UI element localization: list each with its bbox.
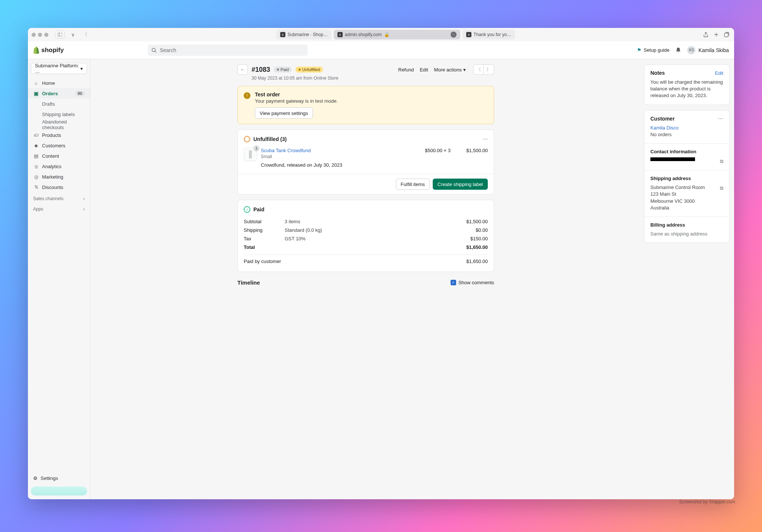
- banner-body: Your payment gateway is in test mode.: [255, 98, 338, 104]
- view-payment-settings-button[interactable]: View payment settings: [255, 108, 313, 119]
- payment-heading: Paid: [253, 206, 265, 212]
- tab-group-chevron-icon[interactable]: ∨: [69, 31, 77, 39]
- unfulfilled-badge: Unfulfilled: [295, 67, 323, 73]
- refund-button[interactable]: Refund: [398, 67, 414, 73]
- shipping-heading: Shipping address: [650, 176, 691, 181]
- setup-guide-button[interactable]: ⚑ Setup guide: [637, 47, 669, 53]
- shopify-admin: shopify Search ⚑ Setup guide KS K: [28, 41, 734, 499]
- line-item: 3 Scuba Tank Crowdfund Small Crowdfund, …: [244, 148, 488, 168]
- copy-icon[interactable]: ⧉: [720, 185, 723, 192]
- orders-badge: 80: [75, 91, 85, 96]
- shopify-logo[interactable]: shopify: [33, 47, 64, 54]
- reader-icon[interactable]: ⋯: [451, 32, 457, 38]
- shipping-address: Submarine Control Room 123 Main St Melbo…: [650, 184, 705, 211]
- fulfillment-heading: Unfulfilled (3): [253, 136, 286, 142]
- product-link[interactable]: Scuba Tank Crowdfund: [261, 148, 402, 153]
- order-title: #1083: [252, 66, 270, 74]
- paid-status-icon: [244, 206, 250, 213]
- sidebar-item-orders[interactable]: ▣Orders80: [28, 88, 90, 99]
- tab-overview-icon[interactable]: [724, 32, 730, 38]
- create-shipping-label-button[interactable]: Create shipping label: [433, 179, 488, 190]
- sidebar-toggle-icon[interactable]: [55, 31, 65, 39]
- mac-titlebar: ∨ 〈 s Submarine · Shop… s admin.shopify.…: [28, 28, 734, 41]
- brand-name: shopify: [41, 47, 64, 54]
- chevron-down-icon: ▾: [463, 67, 466, 73]
- new-tab-icon[interactable]: [713, 32, 720, 38]
- shopify-favicon-icon: s: [466, 32, 471, 37]
- prev-order-button[interactable]: 〈: [473, 64, 484, 75]
- avatar: KS: [687, 46, 695, 54]
- customer-orders: No orders: [650, 132, 672, 137]
- timeline-header: Timeline ✓ Show comments: [237, 279, 494, 286]
- customer-link[interactable]: Kamila Disco: [650, 125, 679, 131]
- chevron-right-icon: ›: [83, 196, 85, 201]
- warning-icon: !: [244, 92, 250, 99]
- fulfill-items-button[interactable]: Fulfill items: [396, 179, 430, 190]
- unit-price: $500.00 × 3: [406, 148, 451, 153]
- search-field[interactable]: Search: [148, 45, 308, 56]
- back-nav-icon[interactable]: 〈: [81, 31, 89, 39]
- sidebar-item-discounts[interactable]: ％Discounts: [28, 182, 90, 192]
- sidebar-bottom-pill[interactable]: [31, 487, 87, 496]
- product-variant: Small: [261, 154, 402, 159]
- browser-tab-active[interactable]: s admin.shopify.com 🔒 ⋯: [334, 30, 460, 39]
- timeline-title: Timeline: [237, 279, 260, 286]
- content-icon: ▤: [33, 153, 39, 159]
- checkbox-checked-icon: ✓: [451, 280, 456, 285]
- sidebar-item-analytics[interactable]: ⫼Analytics: [28, 161, 90, 172]
- sidebar-item-abandoned[interactable]: Abandoned checkouts: [28, 119, 90, 130]
- sidebar-item-drafts[interactable]: Drafts: [28, 99, 90, 109]
- sidebar-item-shipping-labels[interactable]: Shipping labels: [28, 109, 90, 119]
- discount-icon: ％: [33, 184, 39, 190]
- unfulfilled-status-icon: [244, 136, 250, 142]
- traffic-lights[interactable]: [32, 33, 48, 37]
- search-icon: [151, 48, 157, 53]
- notes-heading: Notes: [650, 70, 665, 76]
- sales-channels-header[interactable]: Sales channels ›: [28, 192, 90, 203]
- notes-body: You will be charged the remaining balanc…: [650, 79, 723, 99]
- home-icon: ⌂: [33, 80, 39, 86]
- edit-notes-button[interactable]: Edit: [715, 70, 723, 76]
- sidebar-item-customers[interactable]: ☻Customers: [28, 140, 90, 151]
- sidebar: Submarine Platform: … ▾ ⌂Home ▣Orders80 …: [28, 59, 90, 499]
- orders-icon: ▣: [33, 91, 39, 96]
- browser-tabs: s Submarine · Shop… s admin.shopify.com …: [93, 30, 698, 39]
- copy-icon[interactable]: ⧉: [720, 158, 723, 165]
- sidebar-item-marketing[interactable]: ◎Marketing: [28, 172, 90, 182]
- svg-point-3: [152, 48, 156, 51]
- show-comments-toggle[interactable]: ✓ Show comments: [451, 280, 494, 285]
- flag-icon: ⚑: [637, 47, 641, 53]
- back-button[interactable]: ←: [237, 64, 248, 75]
- edit-button[interactable]: Edit: [420, 67, 428, 73]
- tab-title: Submarine · Shop…: [288, 32, 328, 37]
- browser-tab-3[interactable]: s Thank you for yo…: [462, 30, 515, 39]
- store-switcher[interactable]: Submarine Platform: … ▾: [31, 63, 87, 74]
- apps-header[interactable]: Apps ›: [28, 203, 90, 213]
- customer-menu-icon[interactable]: ⋯: [718, 116, 723, 122]
- sidebar-settings[interactable]: ⚙ Settings: [28, 472, 90, 484]
- share-icon[interactable]: [703, 32, 710, 38]
- fulfillment-menu-icon[interactable]: ⋯: [483, 136, 488, 142]
- shopify-favicon-icon: s: [280, 32, 285, 37]
- user-menu[interactable]: KS Kamila Skiba: [687, 46, 729, 54]
- lock-icon: 🔒: [384, 32, 390, 37]
- order-subtitle: 30 May 2023 at 10:05 am from Online Stor…: [252, 76, 494, 81]
- user-name: Kamila Skiba: [698, 47, 729, 53]
- banner-title: Test order: [255, 92, 338, 97]
- sidebar-item-products[interactable]: 🏷Products: [28, 130, 90, 140]
- more-actions-button[interactable]: More actions ▾: [434, 67, 466, 73]
- analytics-icon: ⫼: [33, 164, 39, 169]
- browser-tab-1[interactable]: s Submarine · Shop…: [276, 30, 332, 39]
- page-header: ← #1083 Paid Unfulfilled Refund Edit Mor…: [237, 64, 494, 75]
- product-thumbnail[interactable]: 3: [244, 148, 257, 161]
- person-icon: ☻: [33, 143, 39, 148]
- gear-icon: ⚙: [33, 475, 38, 481]
- next-order-button[interactable]: 〉: [484, 64, 494, 75]
- notifications-icon[interactable]: [675, 47, 681, 53]
- order-pager: 〈 〉: [473, 64, 494, 75]
- right-column: NotesEdit You will be charged the remain…: [644, 64, 730, 302]
- main-content: ← #1083 Paid Unfulfilled Refund Edit Mor…: [90, 59, 734, 499]
- chevron-right-icon: ›: [83, 206, 85, 212]
- sidebar-item-home[interactable]: ⌂Home: [28, 78, 90, 88]
- sidebar-item-content[interactable]: ▤Content: [28, 151, 90, 161]
